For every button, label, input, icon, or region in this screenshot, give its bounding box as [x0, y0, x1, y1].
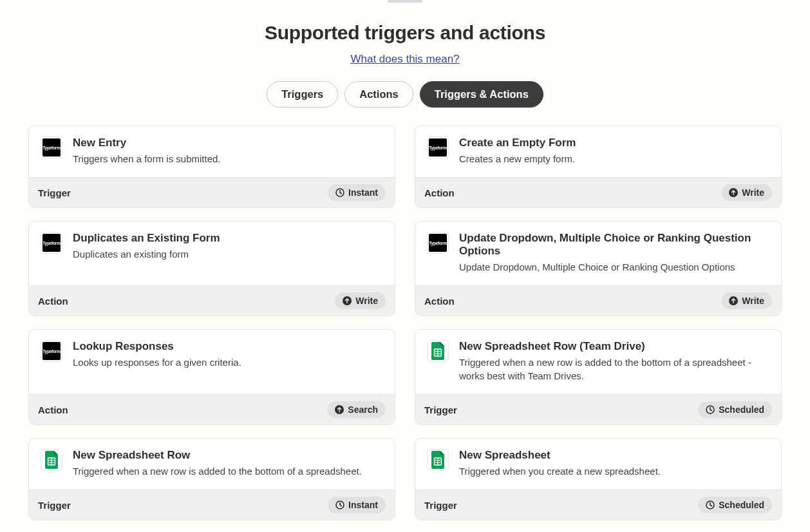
typeform-logo: Typeform	[42, 138, 61, 157]
card-grid: TypeformNew EntryTriggers when a form is…	[28, 126, 782, 520]
card-description: Creates a new empty form.	[459, 152, 769, 166]
card-description: Update Dropdown, Multiple Choice or Rank…	[459, 260, 769, 274]
card-body: TypeformDuplicates an Existing FormDupli…	[29, 222, 395, 285]
arrow-up-circle-icon	[729, 296, 738, 305]
card-footer: ActionWrite	[415, 285, 781, 316]
card-description: Triggers when a form is submitted.	[73, 152, 383, 166]
card-footer: ActionWrite	[29, 285, 395, 316]
typeform-logo: Typeform	[42, 234, 61, 252]
tab-actions[interactable]: Actions	[344, 81, 413, 108]
divider-rule	[388, 0, 422, 3]
badge-scheduled: Scheduled	[698, 401, 772, 418]
badge-label: Instant	[348, 187, 378, 198]
integration-card[interactable]: New Spreadsheet RowTriggered when a new …	[28, 438, 395, 520]
clock-icon	[706, 500, 715, 509]
card-title: New Spreadsheet Row (Team Drive)	[459, 340, 769, 353]
badge-instant: Instant	[328, 497, 386, 513]
card-title: New Spreadsheet Row	[73, 449, 383, 462]
arrow-up-circle-icon	[335, 405, 344, 414]
integration-card[interactable]: TypeformNew EntryTriggers when a form is…	[28, 126, 395, 208]
badge-label: Instant	[348, 500, 378, 510]
page-title: Supported triggers and actions	[26, 22, 784, 44]
card-description: Looks up responses for a given criteria.	[73, 356, 383, 369]
card-body: TypeformUpdate Dropdown, Multiple Choice…	[415, 222, 781, 285]
card-description: Duplicates an existing form	[73, 247, 383, 261]
card-type-label: Trigger	[38, 500, 71, 511]
clock-icon	[335, 188, 344, 197]
google-sheets-icon	[41, 449, 62, 471]
typeform-icon: Typeform	[41, 137, 62, 158]
typeform-logo: Typeform	[429, 138, 447, 157]
integration-card[interactable]: New Spreadsheet Row (Team Drive)Triggere…	[415, 329, 782, 425]
integration-card[interactable]: TypeformLookup ResponsesLooks up respons…	[28, 329, 395, 425]
badge-label: Write	[742, 296, 764, 306]
card-footer: ActionWrite	[415, 177, 781, 207]
card-description: Triggered when a new row is added to the…	[459, 356, 769, 383]
card-text: New Spreadsheet RowTriggered when a new …	[73, 449, 383, 478]
card-footer: TriggerInstant	[29, 177, 395, 207]
typeform-logo: Typeform	[42, 342, 61, 360]
tab-group: Triggers Actions Triggers & Actions	[26, 81, 784, 108]
card-text: New Spreadsheet Row (Team Drive)Triggere…	[459, 340, 769, 383]
card-title: Create an Empty Form	[459, 137, 769, 149]
integration-card[interactable]: New SpreadsheetTriggered when you create…	[415, 438, 782, 520]
typeform-icon: Typeform	[427, 232, 449, 254]
card-body: TypeformNew EntryTriggers when a form is…	[29, 126, 395, 177]
card-footer: TriggerInstant	[29, 489, 395, 520]
card-text: Update Dropdown, Multiple Choice or Rank…	[459, 232, 769, 274]
card-text: Create an Empty FormCreates a new empty …	[459, 137, 769, 166]
typeform-icon: Typeform	[41, 232, 62, 254]
clock-icon	[706, 405, 715, 414]
card-type-label: Trigger	[424, 404, 457, 415]
card-description: Triggered when you create a new spreadsh…	[459, 464, 769, 478]
card-body: TypeformCreate an Empty FormCreates a ne…	[415, 126, 781, 177]
badge-search: Search	[327, 401, 386, 418]
google-sheets-icon	[427, 340, 449, 362]
clock-icon	[335, 500, 344, 509]
badge-scheduled: Scheduled	[698, 497, 772, 513]
tab-triggers[interactable]: Triggers	[267, 81, 338, 108]
card-body: TypeformLookup ResponsesLooks up respons…	[29, 330, 395, 394]
card-title: Duplicates an Existing Form	[73, 232, 383, 245]
card-text: New SpreadsheetTriggered when you create…	[459, 449, 769, 478]
card-type-label: Trigger	[38, 187, 71, 198]
badge-write: Write	[335, 292, 386, 309]
integration-card[interactable]: TypeformDuplicates an Existing FormDupli…	[28, 221, 395, 316]
arrow-up-circle-icon	[729, 188, 738, 197]
badge-label: Scheduled	[719, 404, 764, 415]
badge-instant: Instant	[328, 184, 386, 201]
card-title: Lookup Responses	[73, 340, 383, 353]
google-sheets-icon	[427, 449, 449, 471]
card-title: New Entry	[73, 137, 383, 149]
badge-label: Scheduled	[719, 500, 764, 510]
card-body: New Spreadsheet RowTriggered when a new …	[29, 439, 395, 489]
typeform-logo: Typeform	[429, 234, 447, 252]
typeform-icon: Typeform	[427, 137, 449, 158]
badge-label: Write	[742, 187, 764, 198]
card-type-label: Action	[424, 296, 455, 307]
card-type-label: Action	[38, 404, 68, 415]
card-title: Update Dropdown, Multiple Choice or Rank…	[459, 232, 769, 258]
card-description: Triggered when a new row is added to the…	[73, 464, 383, 478]
card-body: New SpreadsheetTriggered when you create…	[415, 439, 781, 489]
card-footer: TriggerScheduled	[415, 394, 781, 424]
badge-label: Search	[348, 404, 378, 415]
arrow-up-circle-icon	[343, 296, 352, 305]
badge-write: Write	[721, 292, 772, 309]
integration-card[interactable]: TypeformUpdate Dropdown, Multiple Choice…	[415, 221, 782, 316]
card-footer: TriggerScheduled	[415, 489, 781, 520]
card-body: New Spreadsheet Row (Team Drive)Triggere…	[415, 330, 781, 394]
integration-card[interactable]: TypeformCreate an Empty FormCreates a ne…	[415, 126, 782, 208]
card-text: New EntryTriggers when a form is submitt…	[73, 137, 383, 166]
help-link[interactable]: What does this mean?	[26, 53, 784, 66]
card-type-label: Action	[424, 187, 455, 198]
card-title: New Spreadsheet	[459, 449, 769, 462]
badge-write: Write	[721, 184, 772, 201]
card-text: Lookup ResponsesLooks up responses for a…	[73, 340, 383, 383]
badge-label: Write	[355, 296, 378, 306]
typeform-icon: Typeform	[41, 340, 62, 362]
tab-triggers-and-actions[interactable]: Triggers & Actions	[420, 81, 543, 108]
card-type-label: Trigger	[424, 500, 457, 511]
card-footer: ActionSearch	[29, 394, 395, 424]
card-type-label: Action	[38, 296, 68, 307]
